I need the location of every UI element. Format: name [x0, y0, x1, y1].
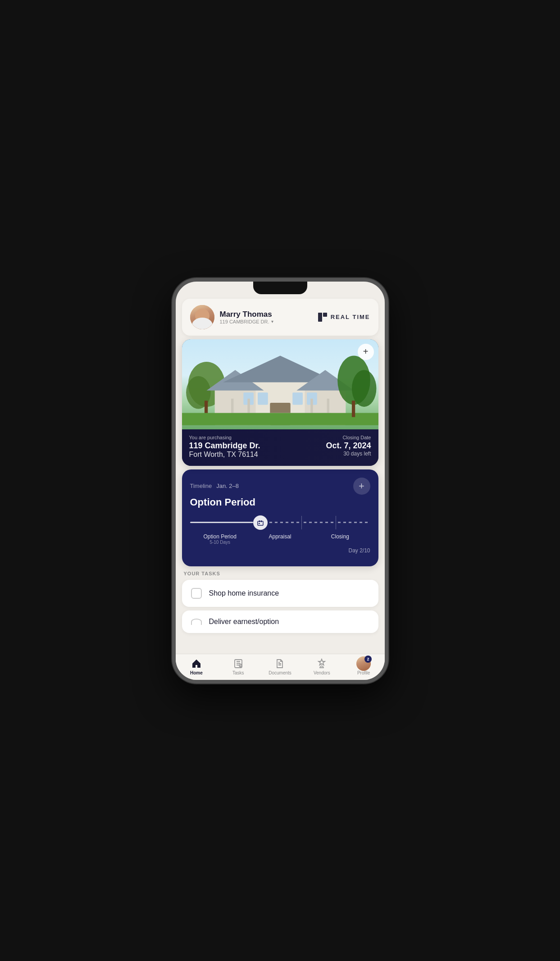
bottom-spacer — [176, 637, 385, 644]
property-row: You are purchasing 119 Cambridge Dr. For… — [189, 435, 371, 459]
header-card: Marry Thomas 119 CAMBRIDGE DR. ▾ REAL TI… — [182, 299, 378, 336]
timeline-dashed-end — [338, 522, 368, 523]
timeline-title: Option Period — [190, 496, 370, 508]
timeline-dashed-mid — [269, 522, 300, 523]
user-name: Marry Thomas — [220, 310, 273, 319]
timeline-add-button[interactable]: + — [353, 478, 370, 495]
avatar-image — [190, 305, 214, 329]
user-text: Marry Thomas 119 CAMBRIDGE DR. ▾ — [220, 310, 273, 324]
svg-rect-2 — [320, 313, 321, 322]
purchasing-label: You are purchasing — [189, 435, 260, 440]
stage-option-period: Option Period 5-10 Days — [190, 533, 250, 545]
property-image: + — [182, 339, 378, 429]
timeline-dashed-right — [304, 522, 334, 523]
brand-name: REAL TIME — [331, 314, 370, 320]
stage-closing-name: Closing — [310, 533, 370, 540]
property-address-line1: 119 Cambridge Dr. — [189, 441, 260, 451]
profile-avatar-wrap: 2 — [356, 656, 371, 671]
svg-rect-16 — [258, 392, 268, 405]
nav-vendors-label: Vendors — [314, 670, 330, 675]
user-address[interactable]: 119 CAMBRIDGE DR. ▾ — [220, 319, 273, 324]
stage-option-sub: 5-10 Days — [190, 540, 250, 545]
user-info: Marry Thomas 119 CAMBRIDGE DR. ▾ — [190, 305, 273, 329]
vendors-icon — [316, 658, 328, 670]
bottom-nav: Home Tasks — [176, 654, 385, 680]
timeline-day-indicator: Day 2/10 — [190, 547, 370, 554]
task-text-0: Shop home insurance — [209, 589, 279, 597]
nav-vendors[interactable]: Vendors — [301, 658, 343, 675]
timeline-track: Option Period 5-10 Days Appraisal Closin… — [190, 515, 370, 558]
add-property-button[interactable]: + — [358, 344, 374, 360]
timeline-solid-segment — [190, 522, 253, 523]
house-svg — [182, 339, 378, 429]
nav-tasks-label: Tasks — [232, 670, 244, 675]
timeline-divider-2 — [336, 516, 336, 529]
closing-days: 30 days left — [326, 451, 371, 457]
chevron-down-icon: ▾ — [271, 319, 273, 324]
nav-documents[interactable]: Documents — [259, 658, 301, 675]
property-address-line2: Fort Worth, TX 76114 — [189, 451, 260, 459]
timeline-dates: Jan. 2–8 — [216, 483, 239, 489]
svg-rect-25 — [182, 413, 378, 425]
timeline-card: Timeline Jan. 2–8 + Option Period — [182, 469, 378, 566]
svg-marker-33 — [192, 660, 200, 668]
task-checkbox-1[interactable] — [191, 619, 202, 625]
timeline-stages: Option Period 5-10 Days Appraisal Closin… — [190, 533, 370, 545]
documents-icon — [274, 658, 286, 670]
nav-profile-label: Profile — [357, 670, 370, 675]
timeline-header: Timeline Jan. 2–8 + — [190, 478, 370, 495]
property-card: + You are purchasing 119 Cambridge Dr. F… — [182, 339, 378, 466]
phone-frame: Marry Thomas 119 CAMBRIDGE DR. ▾ REAL TI… — [172, 278, 388, 683]
task-checkbox-0[interactable] — [191, 588, 202, 599]
svg-rect-17 — [292, 392, 303, 405]
nav-tasks[interactable]: Tasks — [217, 658, 259, 675]
svg-rect-32 — [259, 523, 260, 524]
property-left: You are purchasing 119 Cambridge Dr. For… — [189, 435, 260, 459]
stage-closing: Closing — [310, 533, 370, 545]
nav-home[interactable]: Home — [176, 658, 218, 675]
nav-profile[interactable]: 2 Profile — [343, 658, 385, 675]
scrollable-content: Marry Thomas 119 CAMBRIDGE DR. ▾ REAL TI… — [176, 295, 385, 654]
timeline-divider-1 — [301, 516, 302, 529]
timeline-label-row: Timeline Jan. 2–8 — [190, 483, 239, 489]
closing-date: Oct. 7, 2024 — [326, 441, 371, 451]
timeline-label: Timeline — [190, 483, 212, 489]
brand-logo: REAL TIME — [316, 311, 370, 323]
task-item-0[interactable]: Shop home insurance — [182, 580, 378, 607]
stage-appraisal-name: Appraisal — [250, 533, 310, 540]
avatar — [190, 305, 214, 329]
timeline-line — [190, 515, 370, 530]
closing-label: Closing Date — [326, 435, 371, 440]
svg-rect-1 — [323, 313, 327, 317]
task-text-1: Deliver earnest/option — [209, 618, 279, 626]
screen: Marry Thomas 119 CAMBRIDGE DR. ▾ REAL TI… — [176, 282, 385, 680]
profile-icon: 2 — [358, 658, 369, 670]
nav-home-label: Home — [190, 670, 203, 675]
nav-documents-label: Documents — [269, 670, 291, 675]
home-icon — [191, 658, 202, 670]
property-info-overlay: You are purchasing 119 Cambridge Dr. For… — [182, 429, 378, 466]
svg-point-27 — [351, 370, 376, 407]
stage-option-name: Option Period — [190, 533, 250, 540]
svg-rect-31 — [261, 520, 262, 522]
closing-info: Closing Date Oct. 7, 2024 30 days left — [326, 435, 371, 457]
brand-logo-icon — [316, 311, 329, 323]
profile-badge: 2 — [364, 656, 372, 663]
svg-rect-28 — [351, 401, 355, 417]
stage-appraisal: Appraisal — [250, 533, 310, 545]
svg-rect-29 — [258, 521, 263, 525]
phone-notch — [253, 282, 307, 294]
timeline-current-icon — [253, 515, 268, 530]
task-item-1[interactable]: Deliver earnest/option — [182, 610, 378, 633]
svg-rect-30 — [259, 520, 260, 522]
tasks-section-label: YOUR TASKS — [182, 571, 378, 576]
tasks-icon — [232, 658, 244, 670]
tasks-section: YOUR TASKS Shop home insurance Deliver e… — [182, 571, 378, 633]
